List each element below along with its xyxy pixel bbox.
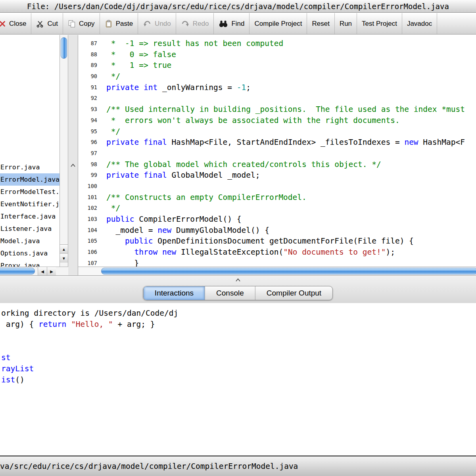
tab-interactions[interactable]: Interactions (144, 286, 205, 300)
undo-button[interactable]: Undo (138, 13, 176, 34)
document-list-item[interactable]: ErrorModel.java (0, 173, 60, 186)
code-token: private (106, 83, 139, 92)
paste-button[interactable]: Paste (100, 13, 138, 34)
line-number: 99 (78, 170, 97, 181)
code-token (157, 248, 162, 257)
code-line[interactable]: 105 public OpenDefinitionsDocument getDo… (78, 236, 476, 247)
scroll-down-button[interactable]: ▼ (60, 253, 68, 263)
interactions-line (1, 330, 476, 341)
code-line[interactable]: 102 */ (78, 203, 476, 214)
code-line[interactable]: 104 _model = new DummyGlobalModel() { (78, 225, 476, 236)
code-line[interactable]: 89 * 1 => true (78, 60, 476, 71)
interactions-line (1, 341, 476, 352)
interactions-line: ist() (1, 374, 476, 386)
drjava-window: File: /Users/dan/Code/dj/drjava/src/edu/… (0, 0, 476, 476)
javadoc-button[interactable]: Javadoc (402, 13, 437, 34)
document-list-item[interactable]: Model.java (0, 235, 60, 247)
copy-button[interactable]: Copy (63, 13, 100, 34)
code-line[interactable]: 106 throw new IllegalStateException("No … (78, 247, 476, 258)
toolbar-button-label: Compile Project (254, 20, 302, 28)
toolbar-button-label: Javadoc (407, 20, 432, 28)
scroll-right-icon: ▶ (50, 269, 53, 274)
code-editor[interactable]: 87 * -1 => result has not been computed8… (78, 35, 476, 267)
code-token: * -1 => result has not been computed (106, 39, 283, 48)
code-token: /** Constructs an empty CompilerErrorMod… (106, 193, 307, 202)
scrollbar-thumb[interactable] (101, 268, 476, 274)
code-line[interactable]: 99private final GlobalModel _model; (78, 170, 476, 181)
line-number: 91 (78, 82, 97, 93)
compile-project-button[interactable]: Compile Project (250, 13, 307, 34)
interactions-line: arg) { return "Hello, " + arg; } (1, 319, 476, 330)
code-token: new (404, 138, 418, 147)
reset-button[interactable]: Reset (307, 13, 334, 34)
interactions-pane[interactable]: orking directory is /Users/dan/Code/dj a… (0, 303, 476, 455)
code-line[interactable]: 103public CompilerErrorModel() { (78, 214, 476, 225)
window-titlebar[interactable]: File: /Users/dan/Code/dj/drjava/src/edu/… (0, 0, 476, 13)
line-number: 102 (78, 203, 97, 214)
code-line[interactable]: 88 * 0 => false (78, 49, 476, 60)
code-line[interactable]: 107 } (78, 258, 476, 267)
collapse-chevron-icon[interactable] (235, 277, 241, 282)
code-line[interactable]: 101/** Constructs an empty CompilerError… (78, 192, 476, 203)
code-token: /** The global model which created/contr… (106, 160, 381, 169)
editor-horizontal-scrollbar[interactable] (78, 267, 476, 275)
code-line[interactable]: 90 */ (78, 71, 476, 82)
status-bar: va/src/edu/rice/cs/drjava/model/compiler… (0, 455, 476, 476)
scroll-down-icon: ▼ (62, 256, 66, 261)
test-project-button[interactable]: Test Project (357, 13, 402, 34)
run-button[interactable]: Run (335, 13, 357, 34)
code-token: HashMap<F (418, 138, 465, 147)
document-list-item[interactable]: EventNotifier.j (0, 198, 60, 210)
code-line[interactable]: 97 (78, 148, 476, 159)
toolbar-button-label: Undo (155, 20, 171, 28)
code-line[interactable]: 94 * errors won't always be associated w… (78, 115, 476, 126)
code-text: /** Constructs an empty CompilerErrorMod… (106, 192, 307, 203)
code-token: GlobalModel _model; (167, 171, 260, 180)
document-list-vertical-scrollbar[interactable]: ▲ ▼ (60, 35, 68, 267)
scroll-right-button[interactable]: ▶ (47, 267, 56, 275)
collapse-chevron-icon[interactable] (70, 163, 76, 167)
code-token (139, 171, 144, 180)
document-list-item[interactable]: Error.java (0, 161, 60, 173)
code-text: */ (106, 203, 120, 214)
scroll-up-button[interactable]: ▲ (60, 244, 68, 253)
code-line[interactable]: 100 (78, 181, 476, 192)
code-line[interactable]: 87 * -1 => result has not been computed (78, 38, 476, 49)
document-list-horizontal-scrollbar[interactable]: ◀ ▶ (0, 267, 68, 275)
code-line[interactable]: 95 */ (78, 126, 476, 137)
close-button[interactable]: Close (0, 13, 31, 34)
scrollbar-thumb[interactable] (0, 268, 35, 274)
code-line[interactable]: 96private final HashMap<File, StartAndEn… (78, 137, 476, 148)
document-list-item[interactable]: Listener.java (0, 223, 60, 235)
code-token: private (106, 138, 139, 147)
code-token (66, 320, 71, 329)
split-pane-divider-vertical[interactable] (68, 35, 78, 275)
tab-compiler-output[interactable]: Compiler Output (255, 286, 332, 300)
line-number: 105 (78, 236, 97, 247)
code-line[interactable]: 98/** The global model which created/con… (78, 159, 476, 170)
toolbar-button-label: Test Project (362, 20, 397, 28)
redo-button[interactable]: Redo (176, 13, 214, 34)
document-list-item[interactable]: ErrorModelTest. (0, 186, 60, 198)
scrollbar-thumb[interactable] (61, 37, 67, 59)
scroll-left-button[interactable]: ◀ (38, 267, 47, 275)
document-list-item[interactable]: Options.java (0, 247, 60, 259)
code-token: } (106, 259, 139, 267)
code-line[interactable]: 91private int _onlyWarnings = -1; (78, 82, 476, 93)
tab-console[interactable]: Console (205, 286, 255, 300)
code-token (139, 138, 144, 147)
code-token: */ (106, 127, 120, 136)
cut-button[interactable]: Cut (31, 13, 63, 34)
code-token: final (144, 171, 167, 180)
split-pane-divider-horizontal[interactable]: InteractionsConsoleCompiler Output (0, 275, 476, 303)
code-token: -1 (237, 83, 246, 92)
document-list-item[interactable]: Interface.java (0, 210, 60, 223)
code-token (106, 248, 134, 257)
open-documents-pane[interactable]: Error.javaErrorModel.javaErrorModelTest.… (0, 35, 60, 267)
code-text: private final GlobalModel _model; (106, 170, 260, 181)
find-button[interactable]: Find (214, 13, 250, 34)
document-list-item[interactable]: Proxy.java (0, 259, 60, 267)
line-number: 100 (78, 181, 97, 192)
code-line[interactable]: 93/** Used internally in building _posit… (78, 104, 476, 115)
code-line[interactable]: 92 (78, 93, 476, 104)
